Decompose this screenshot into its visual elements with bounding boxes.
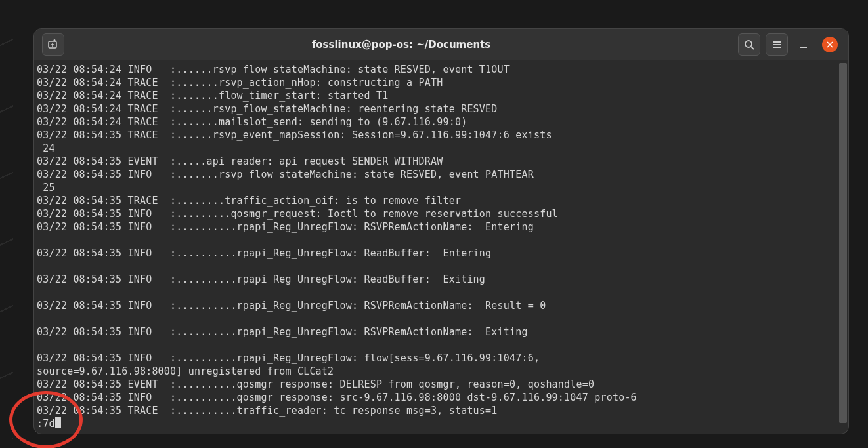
desktop-dock-hint <box>0 33 13 439</box>
minimize-icon <box>799 40 808 49</box>
close-icon <box>827 41 833 48</box>
hamburger-icon <box>771 39 782 50</box>
close-circle <box>822 37 838 52</box>
titlebar-right-group <box>735 33 843 56</box>
terminal-output: 03/22 08:54:24 INFO :......rsvp_flow_sta… <box>37 63 846 430</box>
titlebar: fosslinux@pop-os: ~/Documents <box>34 29 848 60</box>
minimize-button[interactable] <box>794 35 813 54</box>
scrollbar[interactable] <box>839 63 847 423</box>
close-button[interactable] <box>821 35 839 54</box>
search-button[interactable] <box>738 33 760 56</box>
window-title: fosslinux@pop-os: ~/Documents <box>67 39 735 51</box>
svg-line-6 <box>751 47 754 49</box>
new-tab-icon <box>47 39 59 51</box>
svg-point-5 <box>745 41 752 47</box>
new-tab-button[interactable] <box>42 33 64 56</box>
menu-button[interactable] <box>766 33 788 56</box>
cursor <box>55 417 61 428</box>
search-icon <box>744 39 754 50</box>
scrollbar-thumb[interactable] <box>839 63 847 423</box>
terminal-content[interactable]: 03/22 08:54:24 INFO :......rsvp_flow_sta… <box>34 60 848 434</box>
terminal-window: fosslinux@pop-os: ~/Documents <box>33 28 849 434</box>
